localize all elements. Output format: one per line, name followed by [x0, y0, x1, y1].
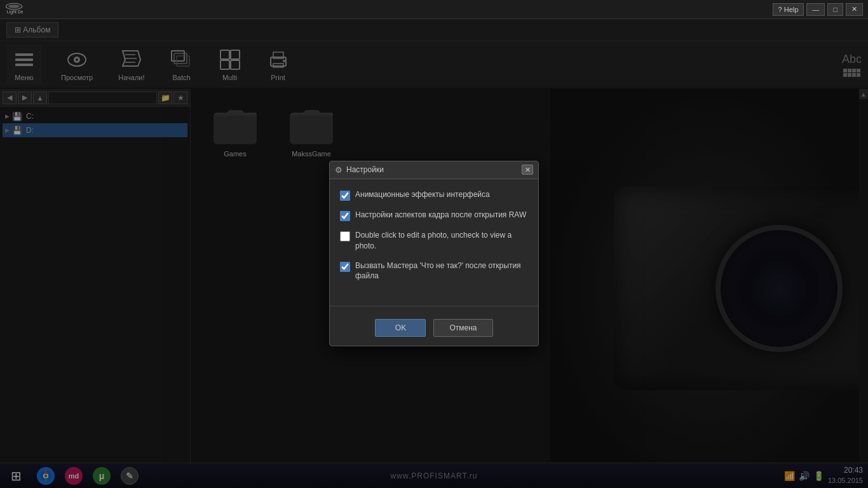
ok-button[interactable]: OK: [375, 319, 426, 337]
dialog-title-text: Настройки: [346, 165, 384, 174]
svg-text:Light Developer: Light Developer: [7, 10, 23, 15]
settings-dialog: ⚙ Настройки ✕ Анимационные эффекты интер…: [329, 161, 539, 346]
modal-overlay: ⚙ Настройки ✕ Анимационные эффекты интер…: [0, 19, 868, 488]
checkbox-wizard[interactable]: [340, 262, 350, 272]
minimize-button[interactable]: —: [806, 3, 825, 16]
dialog-footer: OK Отмена: [330, 314, 538, 346]
checkbox-label-raw[interactable]: Настройки аспектов кадра после открытия …: [355, 210, 528, 220]
checkbox-row-3: Double click to edit a photo, uncheck to…: [340, 230, 528, 252]
maximize-button[interactable]: □: [827, 3, 843, 16]
dialog-title-content: ⚙ Настройки: [335, 165, 384, 175]
dialog-close-button[interactable]: ✕: [522, 165, 533, 175]
checkbox-row-4: Вызвать Мастера 'Что не так?' после откр…: [340, 261, 528, 282]
svg-point-1: [8, 4, 20, 8]
logo-icon: Light Developer: [5, 3, 23, 17]
checkbox-label-wizard[interactable]: Вызвать Мастера 'Что не так?' после откр…: [355, 261, 528, 282]
checkbox-label-animation[interactable]: Анимационные эффекты интерфейса: [355, 189, 528, 200]
checkbox-animation[interactable]: [340, 191, 350, 201]
title-controls: ? Help — □ ✕: [773, 3, 863, 16]
settings-icon: ⚙: [335, 165, 342, 175]
help-button[interactable]: ? Help: [773, 3, 804, 16]
cancel-button[interactable]: Отмена: [433, 319, 492, 337]
checkbox-row-2: Настройки аспектов кадра после открытия …: [340, 210, 528, 221]
checkbox-double-click[interactable]: [340, 231, 350, 241]
dialog-body: Анимационные эффекты интерфейса Настройк…: [330, 179, 538, 298]
dialog-separator: [330, 306, 538, 306]
title-bar: Light Developer ? Help — □ ✕: [0, 0, 868, 19]
title-logo: Light Developer: [5, 3, 23, 17]
checkbox-raw-settings[interactable]: [340, 211, 350, 221]
close-button[interactable]: ✕: [846, 3, 863, 16]
checkbox-row-1: Анимационные эффекты интерфейса: [340, 189, 528, 201]
checkbox-label-double-click[interactable]: Double click to edit a photo, uncheck to…: [355, 230, 528, 252]
dialog-titlebar: ⚙ Настройки ✕: [330, 161, 538, 179]
